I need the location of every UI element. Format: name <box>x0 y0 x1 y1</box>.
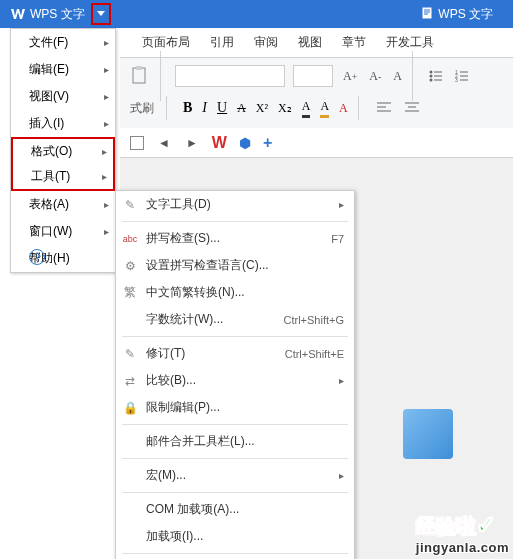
underline-button[interactable]: U <box>217 100 227 116</box>
title-dropdown-button[interactable] <box>91 3 111 25</box>
tab-view[interactable]: 视图 <box>288 28 332 58</box>
tab-layout[interactable]: 页面布局 <box>132 28 200 58</box>
paste-icon[interactable] <box>128 64 152 88</box>
strike-button[interactable]: A <box>237 101 246 116</box>
document-name: WPS 文字 <box>438 6 493 23</box>
folder-icon <box>403 409 463 469</box>
menu-tools[interactable]: 工具(T)▸ <box>11 164 115 191</box>
sub-text-tools[interactable]: ✎ 文字工具(D)▸ <box>116 191 354 218</box>
quick-toolbar: ◄ ► W ⬢ + <box>120 128 513 158</box>
font-shrink-icon[interactable]: A- <box>367 67 383 86</box>
compare-icon: ⇄ <box>122 373 138 389</box>
edit-icon: ✎ <box>122 346 138 362</box>
subscript-button[interactable]: X₂ <box>278 101 292 116</box>
svg-rect-1 <box>133 68 145 83</box>
plus-icon[interactable]: + <box>263 134 272 152</box>
format-brush-label[interactable]: 式刷 <box>128 98 156 119</box>
watermark: 经验啦✓ jingyanla.com <box>416 511 509 555</box>
arrow-left-icon[interactable]: ◄ <box>156 134 172 152</box>
clear-format-icon[interactable]: A <box>391 67 404 86</box>
highlight-a2[interactable]: A <box>320 99 329 118</box>
menu-edit[interactable]: 编辑(E)▸ <box>11 56 115 83</box>
tools-submenu: ✎ 文字工具(D)▸ abc 拼写检查(S)...F7 ⚙ 设置拼写检查语言(C… <box>115 190 355 559</box>
menu-view[interactable]: 视图(V)▸ <box>11 83 115 110</box>
menu-window[interactable]: 窗口(W)▸ <box>11 218 115 245</box>
align-center-icon[interactable] <box>403 99 421 117</box>
sub-revision[interactable]: ✎ 修订(T)Ctrl+Shift+E <box>116 340 354 367</box>
arrow-right-icon[interactable]: ► <box>184 134 200 152</box>
menu-insert[interactable]: 插入(I)▸ <box>11 110 115 137</box>
wps-w-icon[interactable]: W <box>212 134 227 152</box>
menu-file[interactable]: 文件(F)▸ <box>11 29 115 56</box>
main-menu-dropdown: 文件(F)▸ 编辑(E)▸ 视图(V)▸ 插入(I)▸ 格式(O)▸ 工具(T)… <box>10 28 116 273</box>
sub-wordcount[interactable]: 字数统计(W)...Ctrl+Shift+G <box>116 306 354 333</box>
lock-icon: 🔒 <box>122 400 138 416</box>
superscript-button[interactable]: X² <box>256 101 268 116</box>
list-number-icon[interactable]: 123 <box>453 67 471 85</box>
app-title: WPS 文字 <box>30 6 85 23</box>
tools-icon: ✎ <box>122 197 138 213</box>
menu-format[interactable]: 格式(O)▸ <box>11 137 115 164</box>
font-size-select[interactable] <box>293 65 333 87</box>
svg-point-3 <box>430 71 433 74</box>
abc-icon: abc <box>122 231 138 247</box>
sub-addin[interactable]: 加载项(I)... <box>116 523 354 550</box>
ribbon-tabs: 页面布局 引用 审阅 视图 章节 开发工具 <box>120 28 513 58</box>
svg-text:3: 3 <box>455 77 458 83</box>
svg-point-5 <box>430 75 433 78</box>
bold-button[interactable]: B <box>183 100 192 116</box>
menu-help[interactable]: 帮助(H) <box>11 245 115 272</box>
help-icon[interactable]: ? <box>29 249 45 265</box>
sub-com-addin[interactable]: COM 加载项(A)... <box>116 496 354 523</box>
align-left-icon[interactable] <box>375 99 393 117</box>
italic-button[interactable]: I <box>202 100 207 116</box>
list-bullet-icon[interactable] <box>427 67 445 85</box>
font-grow-icon[interactable]: A+ <box>341 67 359 86</box>
sub-spellcheck[interactable]: abc 拼写检查(S)...F7 <box>116 225 354 252</box>
sub-spell-lang[interactable]: ⚙ 设置拼写检查语言(C)... <box>116 252 354 279</box>
tab-references[interactable]: 引用 <box>200 28 244 58</box>
svg-rect-2 <box>136 66 142 70</box>
sub-cn-convert[interactable]: 繁 中文简繁转换(N)... <box>116 279 354 306</box>
sub-macro[interactable]: 宏(M)...▸ <box>116 462 354 489</box>
stop-icon[interactable] <box>130 136 144 150</box>
tab-review[interactable]: 审阅 <box>244 28 288 58</box>
cn-icon: 繁 <box>122 285 138 301</box>
document-icon <box>420 6 434 23</box>
menu-table[interactable]: 表格(A)▸ <box>11 191 115 218</box>
svg-point-7 <box>430 79 433 82</box>
svg-rect-0 <box>422 7 432 19</box>
gear-icon: ⚙ <box>122 258 138 274</box>
sub-mailmerge[interactable]: 邮件合并工具栏(L)... <box>116 428 354 455</box>
wps-logo-icon <box>10 6 26 22</box>
font-color-a1[interactable]: A <box>302 99 311 118</box>
font-family-select[interactable] <box>175 65 285 87</box>
sub-restrict-edit[interactable]: 🔒 限制编辑(P)... <box>116 394 354 421</box>
tab-chapter[interactable]: 章节 <box>332 28 376 58</box>
tab-devtools[interactable]: 开发工具 <box>376 28 444 58</box>
cube-icon[interactable]: ⬢ <box>239 135 251 151</box>
sub-compare[interactable]: ⇄ 比较(B)...▸ <box>116 367 354 394</box>
font-color-a3[interactable]: A <box>339 101 348 116</box>
